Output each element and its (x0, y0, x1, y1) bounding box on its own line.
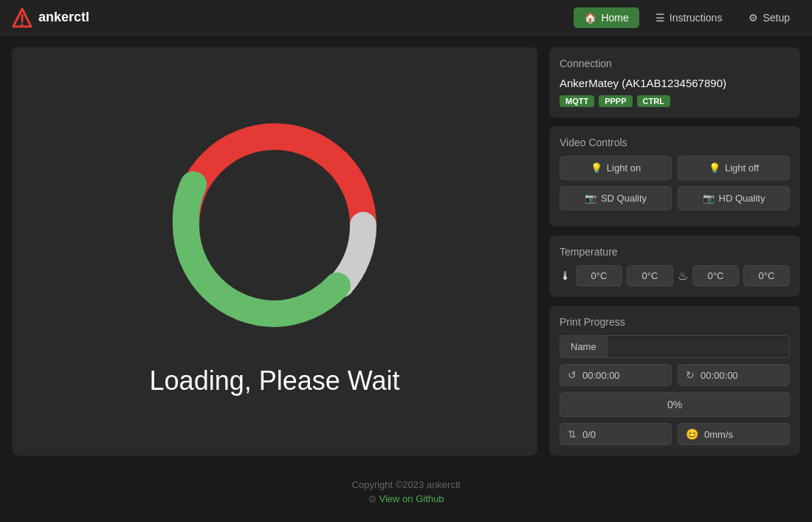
badge-ctrl: CTRL (637, 95, 670, 107)
github-icon: ⊙ (368, 493, 376, 504)
name-value (608, 342, 789, 352)
remaining-value: 00:00:00 (701, 370, 738, 381)
brand: ankerctl (12, 7, 574, 28)
main-container: Loading, Please Wait Connection AnkerMat… (0, 35, 812, 467)
github-link[interactable]: View on Github (379, 493, 444, 504)
copyright: Copyright ©2023 ankerctl (12, 479, 800, 490)
brand-icon (12, 7, 32, 28)
speed-cell: 😊 0mm/s (678, 423, 790, 445)
elapsed-time-cell: ↺ 00:00:00 (560, 364, 672, 386)
navbar: ankerctl 🏠 Home ☰ Instructions ⚙ Setup (0, 0, 812, 35)
sd-label: SD Quality (601, 193, 647, 204)
remaining-icon: ↻ (686, 369, 695, 381)
progress-bar: 0% (560, 392, 790, 417)
bed-current: 0°C (692, 265, 739, 286)
brand-label: ankerctl (38, 10, 89, 25)
print-progress-panel: Print Progress Name ↺ 00:00:00 ↻ 00:00:0… (549, 306, 800, 456)
instructions-button[interactable]: ☰ Instructions (645, 7, 733, 28)
bed-target: 0°C (743, 265, 790, 286)
setup-button[interactable]: ⚙ Setup (738, 7, 800, 28)
speed-value: 0mm/s (704, 429, 733, 440)
video-controls-title: Video Controls (560, 137, 790, 148)
elapsed-value: 00:00:00 (582, 370, 620, 381)
sd-quality-button[interactable]: 📷 SD Quality (560, 186, 672, 210)
name-row: Name (560, 335, 790, 358)
sd-icon: 📷 (585, 193, 596, 204)
badge-pppp: PPPP (599, 95, 632, 107)
home-icon: 🏠 (584, 12, 596, 24)
elapsed-icon: ↺ (568, 369, 577, 381)
badge-mqtt: MQTT (560, 95, 594, 107)
speed-icon: 😊 (686, 428, 698, 440)
connection-title: Connection (560, 58, 790, 69)
light-off-button[interactable]: 💡 Light off (678, 156, 790, 180)
connection-panel: Connection AnkerMatey (AK1AB1234567890) … (549, 47, 800, 117)
device-name: AnkerMatey (AK1AB1234567890) (560, 77, 790, 89)
layers-cell: ⇅ 0/0 (560, 423, 672, 445)
github-link-row: ⊙ View on Github (12, 493, 800, 504)
instructions-label: Instructions (670, 12, 723, 24)
print-progress-title: Print Progress (560, 316, 790, 328)
svg-point-2 (21, 23, 24, 25)
light-on-label: Light on (607, 162, 641, 174)
setup-icon: ⚙ (749, 12, 758, 24)
nozzle-icon: 🌡 (560, 269, 571, 283)
light-off-label: Light off (725, 162, 759, 174)
nozzle-target: 0°C (627, 265, 673, 286)
video-area: Loading, Please Wait (12, 47, 537, 456)
light-off-icon: 💡 (709, 162, 720, 174)
sidebar: Connection AnkerMatey (AK1AB1234567890) … (549, 47, 800, 456)
hd-icon: 📷 (703, 193, 715, 204)
loading-text: Loading, Please Wait (150, 365, 400, 396)
light-row: 💡 Light on 💡 Light off (560, 156, 790, 180)
temperature-title: Temperature (560, 246, 790, 258)
quality-row: 📷 SD Quality 📷 HD Quality (560, 186, 790, 210)
name-label: Name (560, 336, 608, 357)
home-button[interactable]: 🏠 Home (574, 7, 639, 28)
bed-icon: ♨ (678, 269, 688, 283)
light-on-button[interactable]: 💡 Light on (560, 156, 672, 180)
progress-value: 0% (667, 399, 682, 411)
badges: MQTT PPPP CTRL (560, 95, 790, 107)
temperature-row: 🌡 0°C 0°C ♨ 0°C 0°C (560, 265, 790, 286)
nav-buttons: 🏠 Home ☰ Instructions ⚙ Setup (574, 7, 800, 28)
light-on-icon: 💡 (591, 162, 602, 174)
remaining-time-cell: ↻ 00:00:00 (678, 364, 790, 386)
nozzle-current: 0°C (576, 265, 622, 286)
spinner (156, 107, 393, 343)
hd-quality-button[interactable]: 📷 HD Quality (678, 186, 790, 210)
video-controls-panel: Video Controls 💡 Light on 💡 Light off 📷 … (549, 126, 800, 227)
time-row: ↺ 00:00:00 ↻ 00:00:00 (560, 364, 790, 386)
setup-label: Setup (763, 12, 790, 24)
home-label: Home (601, 12, 628, 24)
instructions-icon: ☰ (656, 12, 665, 24)
layers-value: 0/0 (582, 429, 596, 440)
layers-icon: ⇅ (568, 428, 577, 440)
temperature-panel: Temperature 🌡 0°C 0°C ♨ 0°C 0°C (549, 236, 800, 297)
stats-row: ⇅ 0/0 😊 0mm/s (560, 423, 790, 445)
footer: Copyright ©2023 ankerctl ⊙ View on Githu… (0, 467, 812, 516)
hd-label: HD Quality (719, 193, 765, 204)
